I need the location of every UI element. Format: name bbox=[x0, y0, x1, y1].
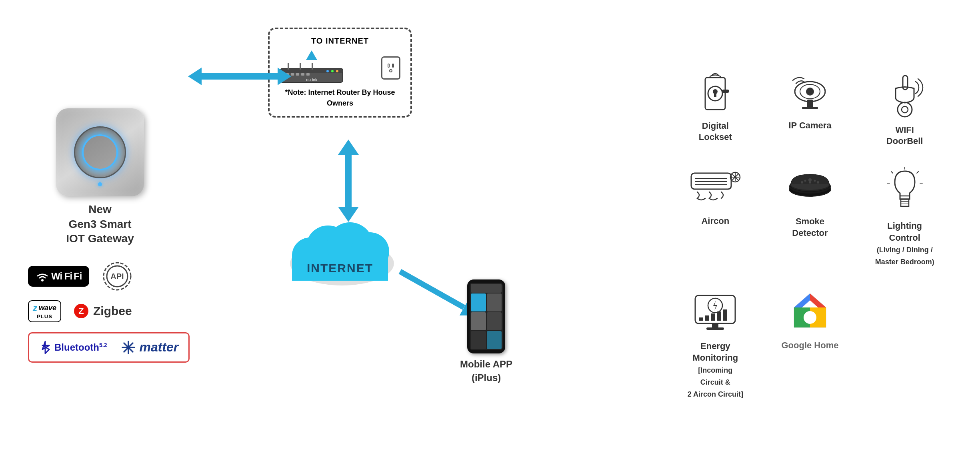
arrow-left-icon bbox=[188, 68, 202, 85]
zwave-label: wave bbox=[39, 304, 56, 312]
mobile-tile-4 bbox=[487, 312, 502, 330]
svg-rect-80 bbox=[717, 311, 721, 321]
svg-rect-13 bbox=[291, 73, 294, 76]
energy-monitoring-icon bbox=[691, 287, 739, 335]
device-wifi-doorbell: WIFIDoorBell bbox=[861, 72, 948, 147]
router-top-label: TO INTERNET bbox=[280, 36, 400, 46]
api-badge: API bbox=[101, 260, 133, 292]
svg-rect-16 bbox=[306, 73, 310, 76]
svg-point-63 bbox=[804, 180, 806, 182]
device-energy-monitoring: EnergyMonitoring[IncomingCircuit &2 Airc… bbox=[672, 287, 759, 399]
lighting-control-label: LightingControl(Living / Dining /Master … bbox=[875, 220, 934, 267]
zwave-plus-label: PLUS bbox=[37, 313, 52, 319]
svg-point-64 bbox=[814, 180, 816, 182]
gateway-label: New Gen3 Smart IOT Gateway bbox=[66, 202, 134, 246]
wifi-symbol-icon bbox=[35, 269, 50, 283]
svg-line-71 bbox=[917, 172, 918, 173]
svg-rect-67 bbox=[901, 199, 909, 206]
arrow-vertical-line bbox=[345, 155, 352, 207]
digital-lockset-label: DigitalLockset bbox=[699, 120, 732, 143]
svg-rect-21 bbox=[300, 63, 301, 70]
mobile-top-bar bbox=[471, 284, 502, 293]
svg-point-18 bbox=[331, 70, 334, 72]
svg-rect-14 bbox=[296, 73, 299, 76]
energy-monitoring-label: EnergyMonitoring[IncomingCircuit &2 Airc… bbox=[688, 340, 743, 399]
mobile-tile-3 bbox=[471, 312, 486, 330]
gateway-ring bbox=[74, 126, 126, 178]
api-gear-icon: API bbox=[101, 260, 133, 292]
zwave-badge: z wave PLUS bbox=[28, 300, 61, 322]
svg-rect-22 bbox=[312, 63, 313, 70]
svg-line-32 bbox=[400, 271, 464, 307]
bluetooth-label: Bluetooth5.2 bbox=[54, 342, 107, 353]
bluetooth-badge: Bluetooth5.2 bbox=[39, 339, 107, 355]
google-home-icon bbox=[786, 287, 834, 335]
smoke-detector-icon bbox=[786, 167, 834, 211]
mobile-tile-2 bbox=[487, 293, 502, 311]
svg-rect-79 bbox=[711, 313, 715, 321]
svg-point-61 bbox=[817, 181, 819, 184]
gateway-inner-ring bbox=[82, 134, 118, 170]
ip-camera-label: IP Camera bbox=[788, 120, 831, 131]
svg-point-40 bbox=[806, 88, 814, 96]
outlet-ground bbox=[389, 69, 392, 72]
mobile-section: Mobile APP (iPlus) bbox=[460, 279, 512, 384]
svg-point-45 bbox=[902, 106, 908, 113]
mobile-device bbox=[467, 279, 505, 353]
device-ip-camera: IP Camera bbox=[767, 72, 854, 131]
svg-rect-78 bbox=[705, 315, 709, 321]
devices-grid: DigitalLockset IP Camera bbox=[660, 48, 960, 423]
svg-text:Z: Z bbox=[78, 306, 84, 316]
wifi-badge: Wi Fi Fi bbox=[28, 266, 89, 287]
network-diagram: TO INTERNET bbox=[180, 16, 660, 455]
gateway-device bbox=[56, 108, 144, 196]
device-lighting-control: LightingControl(Living / Dining /Master … bbox=[861, 167, 948, 267]
router-content: D-Link bbox=[280, 50, 400, 83]
cloud-section: INTERNET bbox=[280, 212, 400, 291]
google-home-label: Google Home bbox=[781, 340, 838, 351]
lighting-control-icon bbox=[885, 167, 925, 215]
device-google-home: Google Home bbox=[767, 287, 854, 351]
svg-text:API: API bbox=[111, 272, 124, 281]
svg-rect-77 bbox=[699, 317, 703, 321]
mobile-tile-1 bbox=[471, 293, 486, 311]
svg-text:INTERNET: INTERNET bbox=[307, 261, 373, 275]
outlet-hole-left bbox=[388, 64, 390, 68]
router-note-label: *Note: Internet Router By House Owners bbox=[280, 87, 400, 109]
mobile-tile-6 bbox=[487, 331, 502, 349]
mobile-tile-5 bbox=[471, 331, 486, 349]
gateway-router-arrow bbox=[188, 68, 291, 85]
gateway-section: New Gen3 Smart IOT Gateway Wi Fi Fi bbox=[20, 108, 180, 362]
svg-rect-36 bbox=[714, 93, 716, 97]
power-outlet-icon bbox=[381, 56, 400, 80]
svg-point-62 bbox=[809, 181, 811, 184]
protocol-row-zwave-zigbee: z wave PLUS Z Zigbee bbox=[28, 300, 132, 322]
svg-line-73 bbox=[891, 172, 893, 173]
bluetooth-icon bbox=[39, 339, 51, 355]
svg-point-60 bbox=[801, 181, 803, 184]
gateway-indicator bbox=[98, 182, 102, 186]
mobile-screen bbox=[470, 283, 503, 350]
cloud-icon: INTERNET bbox=[280, 212, 400, 291]
protocol-row-wifi-api: Wi Fi Fi API bbox=[28, 260, 133, 292]
bluetooth-matter-row: Bluetooth5.2 matter bbox=[28, 332, 190, 363]
aircon-label: Aircon bbox=[701, 216, 729, 226]
outlet-hole-right bbox=[392, 64, 394, 68]
internet-up-arrow-icon bbox=[306, 50, 317, 60]
svg-rect-42 bbox=[802, 107, 818, 109]
svg-text:D-Link: D-Link bbox=[306, 78, 318, 82]
matter-badge: matter bbox=[121, 340, 178, 355]
svg-point-0 bbox=[41, 279, 44, 281]
device-digital-lockset: DigitalLockset bbox=[672, 72, 759, 143]
zwave-z-icon: z bbox=[33, 303, 37, 313]
arrow-right-icon bbox=[278, 68, 291, 85]
wifi-doorbell-icon bbox=[883, 72, 927, 120]
svg-rect-37 bbox=[722, 90, 729, 93]
router-cloud-arrow bbox=[338, 140, 359, 222]
matter-label: matter bbox=[139, 340, 178, 355]
aircon-icon bbox=[689, 167, 741, 211]
matter-icon bbox=[121, 340, 136, 355]
zigbee-label: Zigbee bbox=[93, 304, 132, 318]
arrow-up-icon bbox=[338, 140, 359, 155]
cloud-shape: INTERNET bbox=[280, 212, 400, 291]
